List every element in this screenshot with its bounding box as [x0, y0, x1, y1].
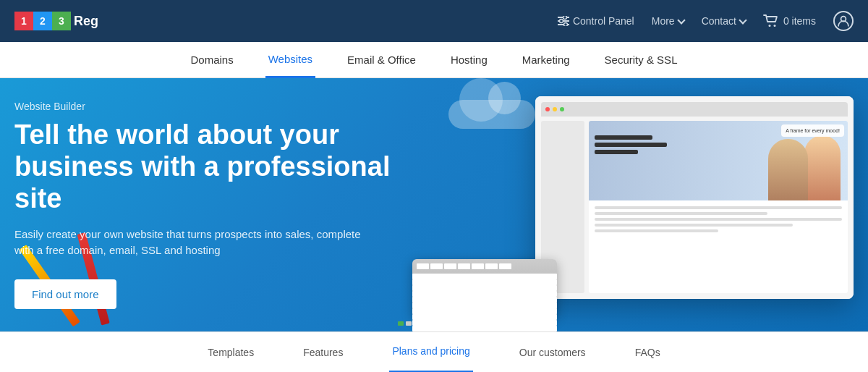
monitor-illustration: A frame for every mood! — [506, 89, 854, 313]
more-menu[interactable]: More — [652, 15, 684, 27]
bottom-navigation: Templates Features Plans and pricing Our… — [0, 331, 868, 372]
user-account-button[interactable] — [833, 11, 854, 31]
top-nav-right: Control Panel More Contact 0 items — [558, 11, 854, 31]
secondary-navigation: Domains Websites Email & Office Hosting … — [0, 42, 868, 78]
more-label: More — [652, 15, 675, 27]
logo-box-3: 3 — [52, 12, 71, 30]
hero-illustration: A frame for every mood! — [391, 78, 868, 331]
logo[interactable]: 1 2 3 Reg — [14, 12, 98, 30]
svg-point-3 — [563, 16, 566, 20]
contact-label: Contact — [702, 15, 736, 27]
tab-features[interactable]: Features — [300, 332, 346, 373]
svg-point-7 — [773, 25, 775, 27]
svg-point-6 — [768, 25, 770, 27]
hero-description: Easily create your own website that turn… — [14, 227, 376, 259]
logo-box-2: 2 — [33, 12, 52, 30]
logo-box-1: 1 — [14, 12, 33, 30]
hero-title: Tell the world about your business with … — [14, 119, 420, 214]
nav-marketing[interactable]: Marketing — [519, 42, 573, 78]
svg-point-4 — [559, 20, 563, 23]
sliders-icon — [558, 16, 569, 26]
nav-security-ssl[interactable]: Security & SSL — [602, 42, 681, 78]
svg-point-5 — [563, 23, 567, 27]
chevron-down-icon — [677, 16, 685, 24]
cart-icon — [763, 14, 779, 28]
control-panel-link[interactable]: Control Panel — [558, 15, 634, 27]
control-panel-label: Control Panel — [573, 15, 634, 27]
hero-section: Website Builder Tell the world about you… — [0, 78, 868, 331]
top-navigation: 1 2 3 Reg Control Panel More Contact — [0, 0, 868, 42]
tab-faqs[interactable]: FAQs — [632, 332, 663, 373]
logo-text: Reg — [74, 14, 98, 29]
hero-content: Website Builder Tell the world about you… — [14, 101, 420, 308]
user-icon — [838, 15, 849, 27]
tab-templates[interactable]: Templates — [205, 332, 257, 373]
nav-domains[interactable]: Domains — [188, 42, 237, 78]
monitor-frame: A frame for every mood! — [535, 96, 854, 299]
find-out-more-button[interactable]: Find out more — [14, 279, 116, 309]
contact-menu[interactable]: Contact — [702, 15, 746, 27]
nav-email-office[interactable]: Email & Office — [344, 42, 419, 78]
chevron-down-icon — [739, 16, 746, 24]
tab-plans-pricing[interactable]: Plans and pricing — [389, 332, 472, 373]
tab-our-customers[interactable]: Our customers — [516, 332, 589, 373]
nav-hosting[interactable]: Hosting — [448, 42, 490, 78]
cart[interactable]: 0 items — [763, 14, 816, 28]
nav-websites[interactable]: Websites — [265, 42, 315, 78]
cart-count: 0 items — [783, 15, 816, 27]
hero-subtitle: Website Builder — [14, 101, 420, 112]
keyboard-illustration — [412, 259, 557, 317]
